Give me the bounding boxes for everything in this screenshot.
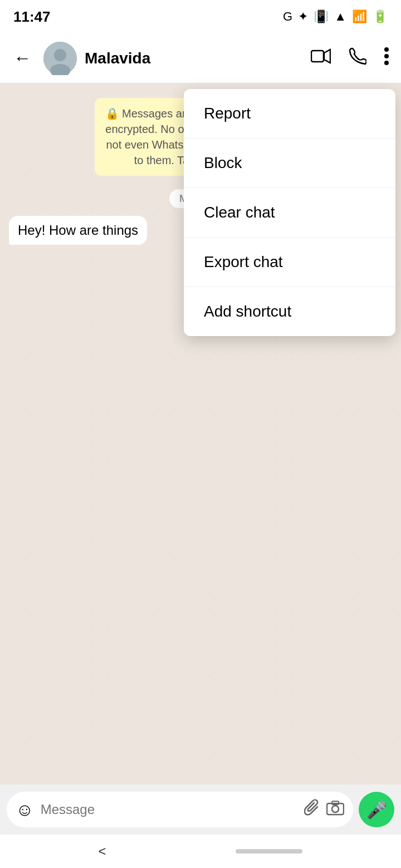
header-actions (307, 44, 392, 72)
svg-point-1 (54, 49, 66, 61)
status-time: 11:47 (13, 8, 51, 26)
status-bar: 11:47 G ✦ 📳 ▲ 📶 🔋 (0, 0, 401, 33)
battery-icon: 🔋 (373, 9, 388, 24)
dropdown-item-block[interactable]: Block (184, 139, 395, 188)
camera-button[interactable] (326, 800, 344, 820)
more-options-button[interactable] (381, 44, 392, 72)
dropdown-item-clear-chat[interactable]: Clear chat (184, 188, 395, 238)
message-input[interactable] (41, 802, 297, 817)
wifi-icon: ▲ (334, 9, 346, 24)
dropdown-item-add-shortcut[interactable]: Add shortcut (184, 287, 395, 336)
phone-button[interactable] (345, 44, 370, 72)
svg-point-9 (332, 806, 339, 812)
input-wrap: ☺ (7, 792, 353, 827)
svg-point-7 (384, 61, 389, 65)
chat-header: ← Malavida (0, 33, 401, 83)
nav-back-button[interactable]: < (98, 844, 106, 859)
bluetooth-icon: ✦ (298, 9, 308, 24)
status-icons: G ✦ 📳 ▲ 📶 🔋 (283, 9, 388, 24)
svg-rect-3 (311, 51, 324, 62)
emoji-button[interactable]: ☺ (16, 800, 34, 820)
mic-icon: 🎤 (366, 800, 387, 820)
mic-button[interactable]: 🎤 (359, 792, 394, 827)
input-bar: ☺ 🎤 (0, 785, 401, 835)
nav-pill (236, 849, 302, 854)
received-message-text: Hey! How are things (18, 223, 138, 238)
avatar-svg (43, 42, 77, 75)
attach-button[interactable] (304, 799, 320, 821)
dropdown-item-export-chat[interactable]: Export chat (184, 238, 395, 287)
contact-name[interactable]: Malavida (85, 50, 300, 67)
dropdown-item-report[interactable]: Report (184, 89, 395, 139)
video-call-button[interactable] (307, 45, 334, 71)
received-message: Hey! How are things (9, 216, 147, 245)
dropdown-menu: Report Block Clear chat Export chat Add … (184, 89, 395, 336)
svg-point-5 (384, 47, 389, 52)
vibrate-icon: 📳 (314, 9, 329, 24)
back-button[interactable]: ← (9, 43, 36, 73)
avatar[interactable] (43, 42, 77, 75)
signal-icon: 📶 (352, 9, 367, 24)
svg-point-6 (384, 54, 389, 58)
nav-bar: < (0, 835, 401, 868)
svg-marker-4 (324, 50, 330, 63)
google-icon: G (283, 9, 292, 24)
